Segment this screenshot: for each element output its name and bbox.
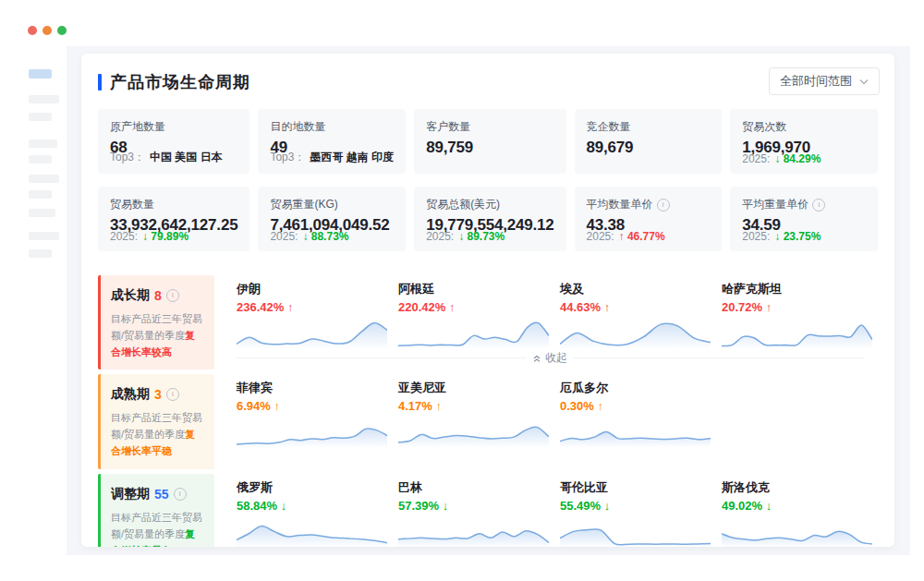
sidebar-item[interactable]: [29, 175, 59, 183]
trend-sparkline-chart: [560, 317, 711, 348]
stat-card-label: 贸易数量: [110, 197, 237, 212]
sidebar-item[interactable]: [29, 113, 52, 121]
country-name: 巴林: [398, 479, 549, 496]
stat-card: 客户数量89,759: [414, 109, 565, 174]
stat-card: 平均数量单价i43.382025:↑ 46.77%: [575, 187, 723, 251]
top3-value: 中国 美国 日本: [150, 150, 223, 165]
stat-card-label: 平均重量单价i: [742, 197, 866, 212]
info-icon[interactable]: i: [657, 199, 670, 212]
section-count: 3: [154, 387, 162, 402]
sidebar-item[interactable]: [29, 139, 57, 148]
country-change-pct: 49.02% ↓: [722, 499, 872, 513]
country-change-pct: 236.42% ↑: [237, 300, 387, 314]
section-charts-area: 伊朗236.42% ↑阿根廷220.42% ↑埃及44.63% ↑哈萨克斯坦20…: [222, 275, 878, 369]
minimize-window-button[interactable]: [43, 26, 52, 35]
country-name: 厄瓜多尔: [560, 380, 711, 396]
trend-sparkline-chart: [398, 317, 549, 348]
section-name: 调整期: [111, 486, 150, 502]
close-window-button[interactable]: [28, 26, 37, 35]
sidebar: [0, 46, 67, 581]
section-accent-bar: [98, 474, 101, 547]
yoy-year-label: 2025:: [270, 230, 298, 243]
country-trend-cell: 斯洛伐克49.02% ↓: [722, 479, 872, 547]
stat-card: 竞企数量89,679: [575, 109, 723, 174]
sidebar-item[interactable]: [29, 95, 59, 103]
arrow-down-icon: ↓: [277, 499, 286, 513]
section-description-highlight: 复合增长率平稳: [111, 429, 195, 456]
sidebar-item[interactable]: [29, 155, 52, 163]
yoy-value: ↓ 88.73%: [302, 230, 348, 243]
yoy-year-label: 2025:: [742, 152, 770, 165]
top3-label: Top3：: [110, 150, 145, 165]
country-name: 阿根廷: [398, 281, 549, 297]
stat-card-label-text: 竞企数量: [587, 119, 631, 135]
zoom-window-button[interactable]: [57, 26, 67, 35]
country-trend-cell: 伊朗236.42% ↑: [237, 281, 387, 348]
stat-card-label: 目的地数量: [270, 119, 394, 135]
country-trend-cell: 埃及44.63% ↑: [560, 281, 711, 348]
arrow-down-icon: ↓: [439, 499, 448, 513]
yoy-year-label: 2025:: [110, 230, 138, 243]
yoy-value: ↓ 79.89%: [142, 230, 188, 243]
stat-card-yoy: 2025:↓ 89.73%: [426, 230, 505, 243]
country-name: 哈萨克斯坦: [722, 281, 872, 297]
sidebar-item[interactable]: [29, 249, 52, 258]
sidebar-item[interactable]: [29, 232, 59, 240]
country-change-pct: 6.94% ↑: [237, 399, 387, 413]
section-count: 55: [154, 487, 169, 502]
yoy-value: ↑ 46.77%: [619, 230, 665, 243]
arrow-up-icon: ↑: [284, 300, 293, 314]
country-change-pct: 4.17% ↑: [398, 399, 549, 413]
arrow-up-icon: ↑: [445, 300, 455, 314]
country-chart-grid: 伊朗236.42% ↑阿根廷220.42% ↑埃及44.63% ↑哈萨克斯坦20…: [222, 281, 878, 348]
stat-card-label-text: 原产地数量: [110, 119, 165, 135]
sidebar-item[interactable]: [29, 209, 55, 217]
country-name: 菲律宾: [237, 380, 387, 396]
country-name: 俄罗斯: [237, 479, 387, 496]
trend-sparkline-chart: [398, 416, 549, 447]
trend-sparkline-chart: [237, 515, 387, 547]
stat-card-label-text: 客户数量: [426, 119, 470, 135]
info-icon[interactable]: i: [812, 199, 825, 212]
info-icon[interactable]: i: [174, 488, 187, 501]
top3-label: Top3：: [270, 150, 305, 165]
stat-card: 贸易总额(美元)19,779,554,249.122025:↓ 89.73%: [414, 187, 565, 251]
sidebar-item-active[interactable]: [29, 69, 52, 79]
section-description: 目标产品近三年贸易额/贸易量的季度复合增长率平稳: [111, 410, 205, 459]
stats-grid: 原产地数量68Top3：中国 美国 日本目的地数量49Top3：墨西哥 越南 印…: [98, 109, 878, 251]
yoy-year-label: 2025:: [742, 230, 770, 243]
stat-card-label-text: 平均重量单价: [742, 197, 808, 212]
country-name: 斯洛伐克: [722, 479, 872, 496]
country-change-pct: 220.42% ↑: [398, 300, 549, 314]
lifecycle-section: 成长期8i目标产品近三年贸易额/贸易量的季度复合增长率较高伊朗236.42% ↑…: [98, 275, 878, 369]
sidebar-item[interactable]: [29, 190, 52, 199]
stat-card-label: 贸易重量(KG): [270, 197, 394, 212]
arrow-up-icon: ↑: [594, 399, 603, 413]
trend-sparkline-chart: [722, 317, 872, 348]
stat-card: 平均重量单价i34.592025:↓ 23.75%: [730, 187, 878, 251]
arrow-up-icon: ↑: [432, 399, 442, 413]
country-trend-cell: 亚美尼亚4.17% ↑: [398, 380, 549, 447]
arrow-down-icon: ↓: [458, 230, 464, 243]
time-range-value: 全部时间范围: [780, 73, 852, 90]
section-count: 8: [154, 288, 162, 303]
collapse-button[interactable]: 收起: [532, 350, 567, 366]
country-change-pct: 55.49% ↓: [560, 499, 711, 513]
country-trend-cell: 阿根廷220.42% ↑: [398, 281, 549, 348]
info-icon[interactable]: i: [166, 289, 179, 302]
toggle-label: 收起: [545, 350, 567, 366]
arrow-up-icon: ↑: [762, 300, 772, 314]
dotted-divider: [237, 357, 526, 358]
section-title-row: 成长期8i: [111, 287, 205, 304]
trend-sparkline-chart: [560, 515, 711, 547]
arrow-up-icon: ↑: [271, 399, 280, 413]
country-trend-cell: 巴林57.39% ↓: [398, 479, 549, 547]
yoy-year-label: 2025:: [587, 230, 614, 243]
section-label-card: 调整期55i目标产品近三年贸易额/贸易量的季度复合增长率呈负: [98, 474, 214, 547]
country-change-pct: 44.63% ↑: [560, 300, 711, 314]
time-range-select[interactable]: 全部时间范围: [769, 67, 880, 95]
country-chart-grid: 菲律宾6.94% ↑亚美尼亚4.17% ↑厄瓜多尔0.30% ↑: [222, 380, 878, 447]
stat-card-label-text: 贸易总额(美元): [426, 197, 500, 212]
lifecycle-section: 调整期55i目标产品近三年贸易额/贸易量的季度复合增长率呈负俄罗斯58.84% …: [98, 474, 878, 547]
info-icon[interactable]: i: [166, 388, 179, 401]
